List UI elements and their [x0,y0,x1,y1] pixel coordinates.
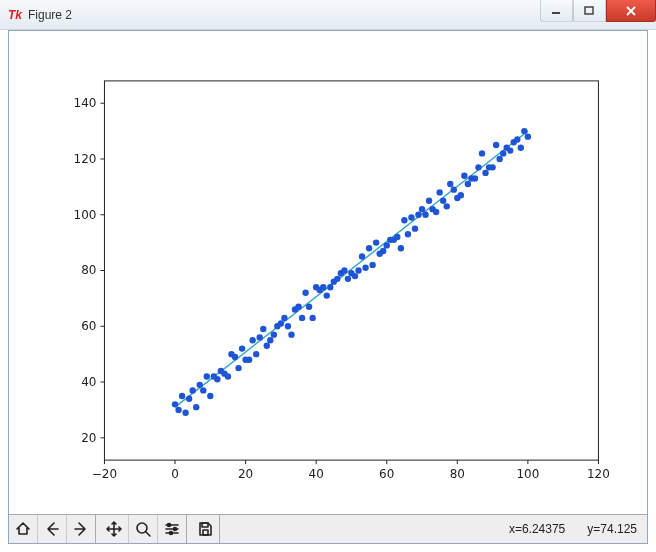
svg-point-73 [302,290,308,296]
svg-point-72 [299,315,305,321]
svg-point-42 [193,404,199,410]
svg-point-51 [225,373,231,379]
sliders-icon [163,520,181,538]
svg-point-129 [500,150,506,156]
minimize-icon [551,5,562,16]
close-icon [625,5,637,17]
scatter-plot: −2002040608010012020406080100120140 [9,31,647,515]
svg-point-55 [239,345,245,351]
svg-point-79 [324,292,330,298]
axes: −2002040608010012020406080100120140 [74,81,610,481]
svg-point-95 [380,248,386,254]
svg-point-126 [489,164,495,170]
svg-point-131 [507,147,513,153]
svg-point-48 [214,376,220,382]
svg-point-45 [204,373,210,379]
svg-point-90 [362,265,368,271]
svg-point-84 [341,267,347,273]
home-icon [14,520,32,538]
matplotlib-toolbar: x=6.24375 y=74.125 [9,514,647,543]
svg-point-80 [327,284,333,290]
svg-point-110 [433,209,439,215]
svg-point-61 [260,326,266,332]
svg-point-59 [253,351,259,357]
save-button[interactable] [191,515,219,543]
save-icon [196,520,214,538]
svg-text:80: 80 [450,467,465,481]
svg-point-133 [514,136,520,142]
svg-point-67 [281,315,287,321]
svg-rect-141 [202,523,208,527]
svg-point-122 [475,164,481,170]
arrow-right-icon [72,520,90,538]
svg-point-135 [521,128,527,134]
svg-point-82 [334,276,340,282]
svg-point-69 [288,331,294,337]
zoom-button[interactable] [129,515,158,543]
move-icon [105,520,123,538]
svg-line-35 [175,131,528,407]
svg-point-108 [426,198,432,204]
svg-point-89 [359,253,365,259]
tk-icon: Tk [8,8,22,22]
svg-point-54 [235,365,241,371]
svg-point-63 [267,337,273,343]
plot-region[interactable]: −2002040608010012020406080100120140 [9,31,647,515]
svg-point-107 [422,212,428,218]
svg-text:40: 40 [81,375,96,389]
back-button[interactable] [38,515,67,543]
svg-text:40: 40 [309,467,324,481]
svg-point-37 [175,407,181,413]
cursor-x: x=6.24375 [509,522,565,536]
svg-point-66 [278,320,284,326]
cursor-y: y=74.125 [587,522,637,536]
svg-text:120: 120 [587,467,610,481]
svg-point-91 [366,245,372,251]
pan-button[interactable] [100,515,129,543]
svg-point-46 [207,393,213,399]
svg-point-117 [458,192,464,198]
client-area: −2002040608010012020406080100120140 x=6.… [8,30,648,544]
svg-point-112 [440,198,446,204]
svg-point-88 [355,267,361,273]
svg-point-57 [246,357,252,363]
svg-point-41 [189,387,195,393]
svg-point-85 [345,276,351,282]
svg-text:20: 20 [238,467,253,481]
svg-text:20: 20 [81,431,96,445]
svg-point-44 [200,387,206,393]
svg-point-99 [394,234,400,240]
svg-text:140: 140 [74,96,97,110]
titlebar[interactable]: Tk Figure 2 [0,0,656,30]
cursor-status: x=6.24375 y=74.125 [509,522,647,536]
svg-text:60: 60 [81,319,96,333]
svg-text:100: 100 [516,467,539,481]
svg-point-100 [398,245,404,251]
svg-point-75 [309,315,315,321]
svg-point-68 [285,323,291,329]
home-button[interactable] [9,515,38,543]
svg-point-139 [174,528,177,531]
svg-point-134 [518,145,524,151]
svg-point-123 [479,150,485,156]
svg-point-96 [384,242,390,248]
close-button[interactable] [606,0,656,22]
svg-text:120: 120 [74,152,97,166]
svg-point-78 [320,284,326,290]
svg-point-118 [461,173,467,179]
svg-point-87 [352,273,358,279]
svg-point-115 [451,186,457,192]
svg-point-140 [170,532,173,535]
svg-rect-1 [585,7,593,14]
svg-point-53 [232,354,238,360]
svg-point-113 [444,203,450,209]
svg-point-106 [419,206,425,212]
configure-button[interactable] [158,515,186,543]
maximize-button[interactable] [573,0,606,22]
svg-point-114 [447,181,453,187]
forward-button[interactable] [67,515,95,543]
window-title: Figure 2 [28,8,72,22]
minimize-button[interactable] [540,0,573,22]
svg-point-71 [295,304,301,310]
svg-point-36 [172,401,178,407]
